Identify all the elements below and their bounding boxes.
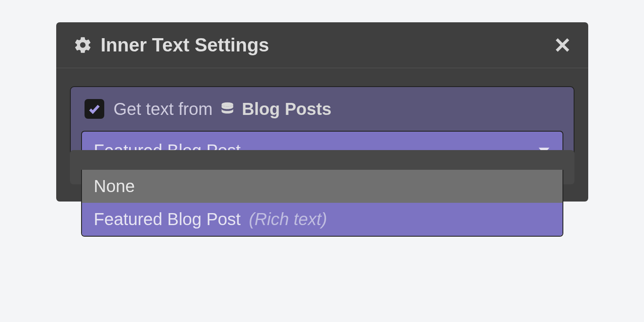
checkbox-label: Get text from Blog Posts [114,99,332,119]
field-dropdown: None Featured Blog Post (Rich text) [81,170,563,237]
gear-icon [73,36,92,54]
option-type: (Rich text) [249,210,327,229]
option-label: Featured Blog Post [94,210,241,229]
panel-title-group: Inner Text Settings [73,34,269,56]
dropdown-option-featured[interactable]: Featured Blog Post (Rich text) [82,203,562,236]
get-text-checkbox[interactable] [85,99,104,119]
binding-card: Get text from Blog Posts Featured Blog P… [70,86,574,184]
dropdown-option-none[interactable]: None [82,170,562,203]
panel-header: Inner Text Settings [56,22,588,68]
option-label: None [94,177,135,196]
check-icon [88,102,101,115]
collection-name: Blog Posts [242,99,332,119]
close-icon[interactable] [554,36,571,54]
checkbox-row: Get text from Blog Posts [81,99,563,119]
panel-body: Get text from Blog Posts Featured Blog P… [56,68,588,202]
settings-panel: Inner Text Settings Get text from [56,22,588,202]
label-prefix: Get text from [114,99,213,119]
panel-title: Inner Text Settings [101,34,269,56]
svg-point-2 [221,102,233,107]
database-icon [220,101,235,117]
